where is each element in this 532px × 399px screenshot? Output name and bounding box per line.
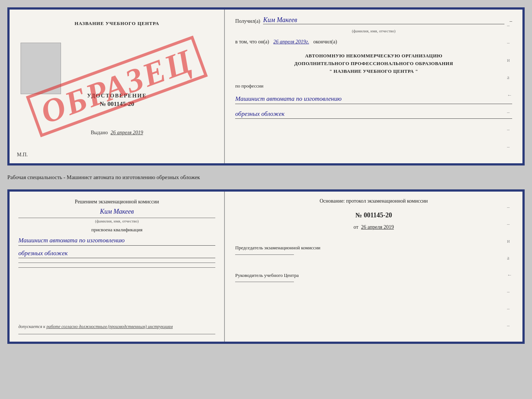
received-row: Получил(а) Ким Макеев – [235, 16, 512, 24]
protocol-date-prefix: от [353, 224, 358, 230]
bottom-name: Ким Макеев [18, 208, 215, 215]
protocol-date: от 26 апреля 2019 [235, 224, 512, 230]
cert-mp: М.П. [17, 152, 28, 158]
profession-line2: обрезных обложек [235, 109, 512, 119]
profession-value: Машинист автомата по изготовлению [235, 94, 512, 104]
basis-label: Основание: протокол экзаменационной коми… [235, 198, 512, 204]
chairman-block: Председатель экзаменационной комиссии [235, 239, 512, 255]
director-signature-line [235, 282, 294, 282]
allowed-underline: работе согласно должностным (производств… [46, 324, 173, 329]
protocol-date-value: 26 апреля 2019 [361, 224, 394, 230]
director-block: Руководитель учебного Центра [235, 266, 512, 282]
org-line2: ДОПОЛНИТЕЛЬНОГО ПРОФЕССИОНАЛЬНОГО ОБРАЗО… [235, 60, 512, 68]
top-doc-left: НАЗВАНИЕ УЧЕБНОГО ЦЕНТРА УДОСТОВЕРЕНИЕ №… [10, 10, 225, 163]
org-line3: " НАЗВАНИЕ УЧЕБНОГО ЦЕНТРА " [235, 68, 512, 75]
chairman-signature-line [235, 254, 294, 255]
page-wrapper: НАЗВАНИЕ УЧЕБНОГО ЦЕНТРА УДОСТОВЕРЕНИЕ №… [7, 7, 525, 344]
bottom-doc-right: Основание: протокол экзаменационной коми… [225, 192, 522, 342]
date-label: в том, что он(а) [235, 39, 269, 44]
cert-title: НАЗВАНИЕ УЧЕБНОГО ЦЕНТРА [75, 21, 159, 26]
received-name: Ким Макеев [263, 16, 504, 24]
bottom-doc-left: Решением экзаменационной комиссии Ким Ма… [10, 192, 225, 342]
received-label: Получил(а) [235, 18, 260, 24]
director-label: Руководитель учебного Центра [235, 272, 512, 279]
allowed-text: допускается к [18, 324, 45, 329]
profession-label: по профессии [235, 83, 512, 89]
cert-issued-date: 26 апреля 2019 [111, 130, 143, 135]
date-value: 26 апреля 2019г. [273, 39, 309, 44]
finished-label: окончил(а) [313, 39, 337, 44]
protocol-number: № 001145-20 [235, 211, 512, 219]
chairman-label: Председатель экзаменационной комиссии [235, 244, 512, 252]
line3 [18, 334, 215, 334]
received-sub: (фамилия, имя, отчество) [235, 29, 512, 33]
decision-title: Решением экзаменационной комиссии [18, 199, 215, 205]
date-row: в том, что он(а) 26 апреля 2019г. окончи… [235, 39, 512, 45]
bottom-name-sub: (фамилия, имя, отчество) [18, 218, 215, 223]
right-dashes: – – и а ← – – – [507, 10, 512, 163]
top-doc-right: Получил(а) Ким Макеев – (фамилия, имя, о… [225, 10, 522, 163]
allowed-block: допускается к работе согласно должностны… [18, 324, 215, 329]
cert-issued-label: Выдано [91, 130, 108, 135]
assigned-label: присвоена квалификация [18, 227, 215, 233]
line2 [18, 267, 215, 268]
bottom-right-dashes: – – и а ← – – – [507, 192, 512, 342]
cert-photo [21, 43, 61, 94]
profession-line1: Машинист автомата по изготовлению [235, 94, 512, 104]
org-line1: АВТОНОМНУЮ НЕКОММЕРЧЕСКУЮ ОРГАНИЗАЦИЮ [235, 52, 512, 60]
assigned-line1: Машинист автомата по изготовлению [18, 236, 215, 246]
top-document: НАЗВАНИЕ УЧЕБНОГО ЦЕНТРА УДОСТОВЕРЕНИЕ №… [7, 7, 525, 165]
assigned-line2: обрезных обложек [18, 249, 215, 259]
bottom-document: Решением экзаменационной комиссии Ким Ма… [7, 189, 525, 344]
org-block: АВТОНОМНУЮ НЕКОММЕРЧЕСКУЮ ОРГАНИЗАЦИЮ ДО… [235, 52, 512, 75]
cert-number: № 001145-20 [18, 100, 215, 108]
line1 [18, 263, 215, 263]
middle-label: Рабочая специальность - Машинист автомат… [7, 171, 525, 184]
